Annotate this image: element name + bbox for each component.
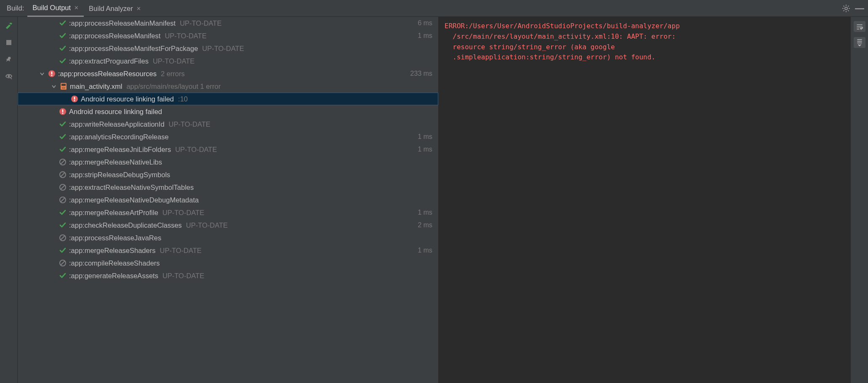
close-icon[interactable]: ✕ bbox=[136, 5, 141, 12]
tree-row[interactable]: :app:analyticsRecordingRelease1 ms bbox=[18, 130, 438, 143]
skipped-icon bbox=[59, 171, 67, 178]
tree-row[interactable]: :app:processReleaseResources 2 errors233… bbox=[18, 67, 438, 80]
task-duration: 2 ms bbox=[418, 221, 432, 229]
success-icon bbox=[59, 45, 67, 52]
tree-row[interactable]: :app:extractProguardFilesUP-TO-DATE bbox=[18, 55, 438, 67]
tree-row[interactable]: :app:stripReleaseDebugSymbols bbox=[18, 168, 438, 181]
tab-build-output[interactable]: Build Output✕ bbox=[27, 0, 84, 17]
tree-row[interactable]: :app:processReleaseManifestUP-TO-DATE1 m… bbox=[18, 29, 438, 42]
error-line: ERROR:/Users/User/AndroidStudioProjects/… bbox=[445, 22, 680, 30]
error-icon bbox=[71, 95, 78, 103]
error-line: .simpleapplication:string/string_error) … bbox=[445, 52, 844, 63]
tree-row[interactable]: Android resource linking failed:10 bbox=[18, 93, 438, 105]
task-duration: 1 ms bbox=[418, 209, 432, 216]
task-label: :app:mergeReleaseShaders bbox=[69, 247, 155, 255]
task-duration: 1 ms bbox=[418, 146, 432, 153]
success-icon bbox=[59, 146, 67, 153]
soft-wrap-icon[interactable] bbox=[854, 21, 865, 32]
success-icon bbox=[59, 221, 67, 229]
task-status: UP-TO-DATE bbox=[162, 272, 204, 280]
tree-row[interactable]: :app:mergeReleaseNativeLibs bbox=[18, 156, 438, 168]
tree-row[interactable]: :app:extractReleaseNativeSymbolTables bbox=[18, 181, 438, 194]
tree-row[interactable]: :app:checkReleaseDuplicateClassesUP-TO-D… bbox=[18, 219, 438, 231]
task-label: Android resource linking failed bbox=[69, 108, 162, 116]
left-toolbar bbox=[0, 17, 18, 383]
task-label: :app:mergeReleaseNativeLibs bbox=[69, 158, 162, 166]
task-duration: 6 ms bbox=[418, 19, 432, 27]
skipped-icon bbox=[59, 196, 67, 204]
task-status: UP-TO-DATE bbox=[175, 146, 217, 154]
success-icon bbox=[59, 19, 67, 27]
tree-row[interactable]: :app:mergeReleaseNativeDebugMetadata bbox=[18, 194, 438, 206]
tab-build-analyzer[interactable]: Build Analyzer✕ bbox=[84, 0, 146, 17]
settings-icon[interactable] bbox=[841, 3, 851, 13]
task-label: :app:checkReleaseDuplicateClasses bbox=[69, 221, 182, 229]
tree-row[interactable]: :app:writeReleaseApplicationIdUP-TO-DATE bbox=[18, 118, 438, 130]
pin-icon[interactable] bbox=[4, 55, 13, 64]
task-label: Android resource linking failed bbox=[81, 95, 174, 103]
error-line: /src/main/res/layout/main_activity.xml:1… bbox=[445, 32, 844, 42]
success-icon bbox=[59, 32, 67, 40]
task-status: UP-TO-DATE bbox=[202, 45, 244, 53]
task-label: :app:mergeReleaseArtProfile bbox=[69, 209, 158, 217]
task-duration: 233 ms bbox=[410, 70, 432, 77]
task-status: UP-TO-DATE bbox=[160, 247, 201, 255]
error-icon bbox=[48, 70, 56, 77]
tree-row[interactable]: main_activity.xmlapp/src/main/res/layout… bbox=[18, 80, 438, 93]
tree-row[interactable]: :app:compileReleaseShaders bbox=[18, 257, 438, 269]
error-icon bbox=[59, 108, 67, 115]
chevron-down-icon[interactable] bbox=[39, 72, 45, 76]
build-panel: Build: Build Output✕Build Analyzer✕ — :a… bbox=[0, 0, 868, 383]
task-status: UP-TO-DATE bbox=[169, 120, 210, 128]
task-status: UP-TO-DATE bbox=[153, 57, 194, 65]
skipped-icon bbox=[59, 259, 67, 267]
task-label: :app:extractReleaseNativeSymbolTables bbox=[69, 184, 194, 192]
skipped-icon bbox=[59, 158, 67, 166]
success-icon bbox=[59, 247, 67, 254]
build-tree[interactable]: :app:processReleaseMainManifestUP-TO-DAT… bbox=[18, 17, 439, 383]
success-icon bbox=[59, 209, 67, 216]
task-label: :app:processReleaseResources bbox=[58, 70, 157, 78]
tree-row[interactable]: :app:processReleaseManifestForPackageUP-… bbox=[18, 42, 438, 55]
task-label: :app:processReleaseManifest bbox=[69, 32, 160, 40]
tree-row[interactable]: :app:processReleaseMainManifestUP-TO-DAT… bbox=[18, 17, 438, 29]
tree-row[interactable]: :app:generateReleaseAssetsUP-TO-DATE bbox=[18, 269, 438, 282]
tree-row[interactable]: :app:mergeReleaseShadersUP-TO-DATE1 ms bbox=[18, 244, 438, 257]
error-line: resource string/string_error (aka google bbox=[445, 42, 844, 53]
close-icon[interactable]: ✕ bbox=[74, 5, 79, 11]
scroll-to-end-icon[interactable] bbox=[854, 37, 865, 48]
task-status: app/src/main/res/layout 1 error bbox=[126, 82, 221, 90]
tree-row[interactable]: :app:mergeReleaseArtProfileUP-TO-DATE1 m… bbox=[18, 206, 438, 219]
tree-row[interactable]: Android resource linking failed bbox=[18, 105, 438, 118]
task-label: :app:extractProguardFiles bbox=[69, 57, 149, 65]
panel-header: Build: Build Output✕Build Analyzer✕ — bbox=[0, 0, 868, 17]
task-status: UP-TO-DATE bbox=[180, 19, 221, 27]
stop-icon[interactable] bbox=[4, 38, 13, 47]
right-toolbar bbox=[850, 17, 868, 383]
task-label: :app:processReleaseJavaRes bbox=[69, 234, 161, 242]
eye-icon[interactable] bbox=[4, 72, 13, 81]
success-icon bbox=[59, 133, 67, 141]
success-icon bbox=[59, 272, 67, 279]
task-status: UP-TO-DATE bbox=[162, 209, 204, 217]
task-duration: 1 ms bbox=[418, 133, 432, 141]
task-label: :app:generateReleaseAssets bbox=[69, 272, 158, 280]
task-status: :10 bbox=[178, 95, 188, 103]
task-label: main_activity.xml bbox=[70, 82, 122, 90]
tree-row[interactable]: :app:mergeReleaseJniLibFoldersUP-TO-DATE… bbox=[18, 143, 438, 156]
hammer-icon[interactable] bbox=[4, 21, 13, 30]
task-label: :app:stripReleaseDebugSymbols bbox=[69, 171, 170, 179]
skipped-icon bbox=[59, 184, 67, 191]
task-label: :app:mergeReleaseNativeDebugMetadata bbox=[69, 196, 199, 204]
chevron-down-icon[interactable] bbox=[51, 84, 57, 88]
tree-row[interactable]: :app:processReleaseJavaRes bbox=[18, 231, 438, 244]
task-status: UP-TO-DATE bbox=[186, 221, 228, 229]
task-status: 2 errors bbox=[161, 70, 185, 78]
success-icon bbox=[59, 57, 67, 65]
minimize-icon[interactable]: — bbox=[855, 3, 865, 13]
task-status: UP-TO-DATE bbox=[165, 32, 206, 40]
error-detail-pane[interactable]: ERROR:/Users/User/AndroidStudioProjects/… bbox=[439, 17, 850, 383]
task-duration: 1 ms bbox=[418, 32, 432, 40]
task-label: :app:processReleaseMainManifest bbox=[69, 19, 176, 27]
task-label: :app:writeReleaseApplicationId bbox=[69, 120, 165, 128]
